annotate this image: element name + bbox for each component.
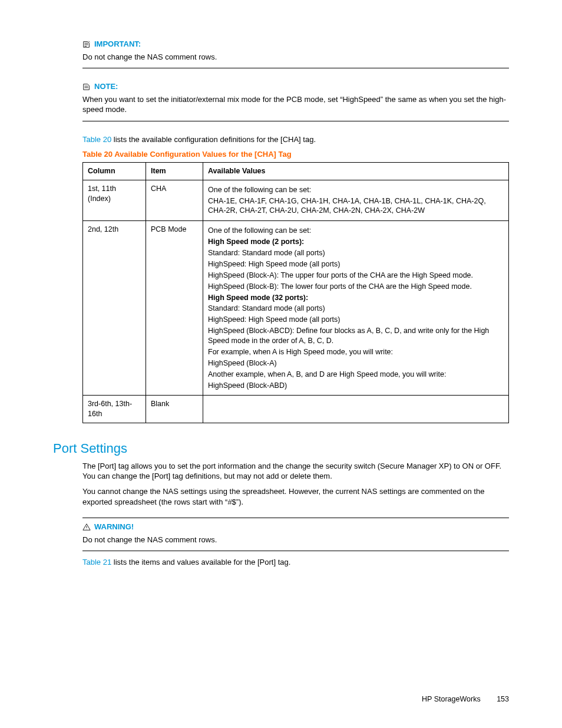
cell-line: HighSpeed (Block-ABD) <box>208 381 504 391</box>
callout-body: Do not change the NAS comment rows. <box>82 535 509 545</box>
cell-values: One of the following can be set:CHA-1E, … <box>203 180 509 221</box>
cell-values: One of the following can be set:High Spe… <box>203 221 509 396</box>
table-row: 1st, 11th (Index)CHAOne of the following… <box>83 180 509 221</box>
divider <box>82 518 509 518</box>
callout-note: NOTE: When you want to set the initiator… <box>82 81 509 115</box>
note-icon <box>82 83 91 91</box>
body-paragraph: The [Port] tag allows you to set the por… <box>82 461 509 482</box>
cell-values <box>203 396 509 423</box>
cell-line: For example, when A is High Speed mode, … <box>208 347 504 357</box>
callout-header: NOTE: <box>82 81 509 92</box>
section-heading-port-settings: Port Settings <box>53 440 509 457</box>
cell-line: HighSpeed (Block-A): The upper four port… <box>208 271 504 281</box>
cell-item: PCB Mode <box>146 221 203 396</box>
callout-header: IMPORTANT: <box>82 39 509 50</box>
cell-column: 2nd, 12th <box>83 221 146 396</box>
cell-item: CHA <box>146 180 203 221</box>
cell-line: High Speed mode (2 ports): <box>208 237 504 247</box>
cell-line: HighSpeed (Block-A) <box>208 358 504 368</box>
cell-item: Blank <box>146 396 203 423</box>
intro-rest: lists the items and values available for… <box>111 558 290 566</box>
cell-line: HighSpeed: High Speed mode (all ports) <box>208 259 504 269</box>
table-20-caption: Table 20 Available Configuration Values … <box>82 149 509 160</box>
important-icon <box>82 40 91 48</box>
col-header: Available Values <box>203 162 509 180</box>
cell-line: Standard: Standard mode (all ports) <box>208 248 504 258</box>
table-row: 2nd, 12thPCB ModeOne of the following ca… <box>83 221 509 396</box>
callout-header: WARNING! <box>82 522 509 532</box>
divider <box>82 551 509 551</box>
callout-title: WARNING! <box>94 522 134 532</box>
cell-line: HighSpeed (Block-ABCD): Define four bloc… <box>208 326 504 346</box>
callout-body: Do not change the NAS comment rows. <box>82 52 509 62</box>
cell-line: Another example, when A, B, and D are Hi… <box>208 370 504 380</box>
cell-line: One of the following can be set: <box>208 226 504 236</box>
warning-icon <box>82 523 91 531</box>
cell-line: Standard: Standard mode (all ports) <box>208 304 504 314</box>
cell-line: One of the following can be set: <box>208 185 504 195</box>
intro-rest: lists the available configuration defini… <box>111 135 316 144</box>
table-20-link[interactable]: Table 20 <box>82 135 111 144</box>
table-20: Column Item Available Values 1st, 11th (… <box>82 162 509 423</box>
cell-column: 1st, 11th (Index) <box>83 180 146 221</box>
table-21-link[interactable]: Table 21 <box>82 558 111 566</box>
col-header: Column <box>83 162 146 180</box>
callout-warning: WARNING! Do not change the NAS comment r… <box>82 522 509 545</box>
divider <box>82 121 509 121</box>
divider <box>82 68 509 68</box>
callout-title: NOTE: <box>94 81 118 92</box>
callout-important: IMPORTANT: Do not change the NAS comment… <box>82 39 509 62</box>
callout-title: IMPORTANT: <box>94 39 141 50</box>
cell-line: High Speed mode (32 ports): <box>208 293 504 303</box>
callout-body: When you want to set the initiator/exter… <box>82 94 509 115</box>
body-paragraph: You cannot change the NAS settings using… <box>82 486 509 507</box>
cell-line: CHA-1E, CHA-1F, CHA-1G, CHA-1H, CHA-1A, … <box>208 196 504 216</box>
table-header-row: Column Item Available Values <box>83 162 509 180</box>
col-header: Item <box>146 162 203 180</box>
table-row: 3rd-6th, 13th-16thBlank <box>83 396 509 423</box>
cell-line: HighSpeed (Block-B): The lower four port… <box>208 282 504 292</box>
intro-paragraph: Table 20 lists the available configurati… <box>82 134 509 145</box>
cell-line: HighSpeed: High Speed mode (all ports) <box>208 315 504 325</box>
intro-paragraph: Table 21 lists the items and values avai… <box>82 557 509 568</box>
cell-column: 3rd-6th, 13th-16th <box>83 396 146 423</box>
